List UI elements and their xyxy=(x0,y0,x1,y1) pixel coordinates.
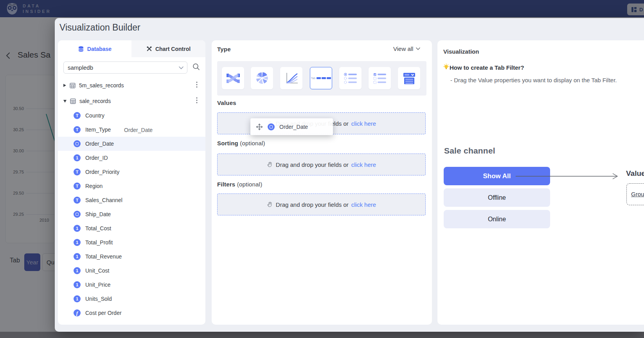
field-list: T Country T Item_Type Order_Date 1 Order… xyxy=(58,108,205,320)
chart-type-tab-filter[interactable]: Tab xyxy=(310,67,332,89)
filter-option-button[interactable]: Offline xyxy=(444,188,550,207)
dropzone-click-here-link[interactable]: click here xyxy=(351,201,376,208)
field-item[interactable]: 1 Total_Revenue xyxy=(58,249,205,264)
field-type-icon: 1 xyxy=(74,154,81,161)
grab-hand-icon xyxy=(267,201,273,208)
date-field-icon xyxy=(268,123,275,130)
chart-type-pie[interactable] xyxy=(251,67,273,89)
preview-title: Sale channel xyxy=(444,146,495,155)
move-icon xyxy=(256,123,263,130)
dashboard-icon xyxy=(631,7,637,13)
field-item[interactable]: 1 Order_ID xyxy=(58,151,205,165)
dropzone-text: Drag and drop your fields or xyxy=(276,201,349,208)
field-name: Total_Cost xyxy=(85,225,111,231)
search-icon[interactable] xyxy=(192,63,200,72)
field-name: Unit_Price xyxy=(85,282,111,288)
sorting-section-label: Sorting (optional) xyxy=(217,140,265,146)
dropzone-click-here-link[interactable]: click here xyxy=(351,161,376,168)
filters-dropzone[interactable]: Drag and drop your fields or click here xyxy=(217,193,426,215)
drag-ghost-label: Order_Date xyxy=(124,127,153,133)
database-select[interactable]: sampledb xyxy=(63,61,187,74)
field-item[interactable]: T Sales_Channel xyxy=(58,193,205,207)
dragged-field-chip[interactable]: Order_Date xyxy=(250,118,333,135)
chart-type-radio-list[interactable] xyxy=(339,67,362,89)
view-all-label: View all xyxy=(393,45,413,52)
chart-type-strip: Tab xyxy=(217,61,426,96)
field-type-icon: T xyxy=(74,168,81,175)
field-item[interactable]: 1 Total_Cost xyxy=(58,221,205,235)
visualization-label: Visualization xyxy=(443,48,479,55)
left-panel: Database Chart Control sampledb xyxy=(58,40,205,325)
chart-type-checkbox-list[interactable] xyxy=(369,67,391,89)
kebab-menu-icon[interactable] xyxy=(196,97,198,105)
field-name: Sales_Channel xyxy=(85,197,122,203)
field-type-icon: 1 xyxy=(74,281,81,288)
field-type-icon: 1 xyxy=(74,267,81,274)
sorting-dropzone[interactable]: Drag and drop your fields or click here xyxy=(217,154,426,175)
database-select-value: sampledb xyxy=(68,64,93,71)
tab-chart-control[interactable]: Chart Control xyxy=(131,40,205,57)
table-name: 5m_sales_records xyxy=(79,82,124,89)
database-icon xyxy=(78,46,84,52)
chevron-down-icon xyxy=(416,47,420,50)
field-item[interactable]: Ship_Date xyxy=(58,207,205,221)
dashboard-button[interactable]: D xyxy=(627,4,644,15)
dragged-field-label: Order_Date xyxy=(279,124,308,130)
field-item[interactable]: f Cost per Order xyxy=(58,306,205,320)
values-section-label: Values xyxy=(217,99,236,106)
field-name: Units_Sold xyxy=(85,296,112,302)
left-panel-tabs: Database Chart Control xyxy=(58,40,205,57)
brand-name: DATA INSIDER xyxy=(23,3,51,14)
field-name: Region xyxy=(85,183,103,189)
field-item[interactable]: T Order_Priority xyxy=(58,165,205,179)
field-name: Order_Priority xyxy=(85,169,119,175)
field-type-icon: 1 xyxy=(74,253,81,260)
owl-logo-icon xyxy=(5,2,20,15)
field-item[interactable]: 1 Unit_Price xyxy=(58,278,205,292)
field-item[interactable]: 1 Unit_Cost xyxy=(58,264,205,278)
field-type-icon: T xyxy=(74,183,81,190)
field-item[interactable]: Order_Date xyxy=(58,137,205,151)
tools-icon xyxy=(146,46,152,52)
field-name: Total_Profit xyxy=(85,239,113,246)
field-item[interactable]: T Region xyxy=(58,179,205,193)
filter-option-button[interactable]: Online xyxy=(444,210,550,228)
annotation-group-label: Group xyxy=(631,191,644,197)
field-type-icon: T xyxy=(74,197,81,204)
field-item[interactable]: T Country xyxy=(58,108,205,123)
top-navbar: DATA INSIDER D xyxy=(0,0,644,17)
field-type-icon xyxy=(74,140,81,147)
field-type-icon: 1 xyxy=(74,239,81,246)
table-row-sale-records[interactable]: sale_records xyxy=(58,94,205,108)
filters-section-label: Filters (optional) xyxy=(217,181,262,188)
field-name: Total_Revenue xyxy=(85,253,122,260)
field-item[interactable]: 1 Units_Sold xyxy=(58,292,205,306)
table-name: sale_records xyxy=(79,98,111,104)
field-name: Order_ID xyxy=(85,155,108,161)
tab-database[interactable]: Database xyxy=(58,40,131,57)
view-all-dropdown[interactable]: View all xyxy=(393,45,420,52)
annotation-group-box: Group xyxy=(626,183,644,205)
field-name: Cost per Order xyxy=(85,310,122,316)
field-type-icon: 1 xyxy=(74,295,81,302)
caret-down-icon[interactable] xyxy=(63,100,67,103)
table-icon xyxy=(70,98,76,104)
chart-type-sankey[interactable] xyxy=(222,67,244,89)
kebab-menu-icon[interactable] xyxy=(196,81,198,89)
caret-right-icon[interactable] xyxy=(63,84,66,87)
field-type-icon: T xyxy=(74,126,81,133)
bulb-icon xyxy=(443,63,450,70)
field-type-icon: f xyxy=(74,309,81,316)
field-name: Country xyxy=(85,112,104,119)
annotation-arrow xyxy=(516,172,620,181)
field-item[interactable]: 1 Total_Profit xyxy=(58,235,205,249)
field-name: Item_Type xyxy=(85,127,111,133)
chart-type-line[interactable] xyxy=(280,67,302,89)
table-icon xyxy=(70,83,76,89)
chart-type-dropdown-list[interactable] xyxy=(398,67,420,89)
chevron-down-icon xyxy=(179,66,183,69)
field-type-icon xyxy=(74,211,81,218)
table-row-5m-sales-records[interactable]: 5m_sales_records xyxy=(58,78,205,93)
dropzone-text: Drag and drop your fields or xyxy=(276,161,349,168)
dropzone-click-here-link[interactable]: click here xyxy=(351,120,376,127)
